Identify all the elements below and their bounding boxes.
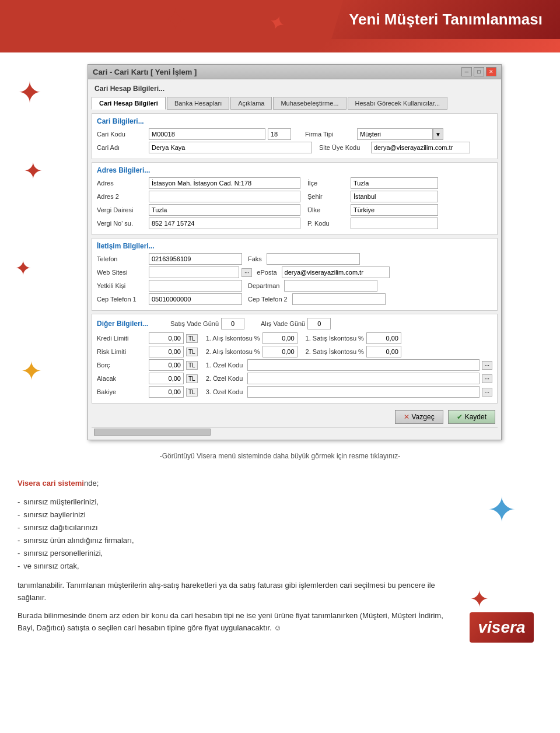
close-button[interactable]: ✕ (486, 67, 496, 76)
restore-button[interactable]: □ (474, 67, 484, 76)
yetkili-kisi-row: Yetkili Kişi Departman (97, 280, 492, 292)
vergi-no-row: Vergi No' su. P. Kodu (97, 218, 492, 229)
cep-tel2-input[interactable] (292, 293, 386, 305)
right-logo-area: ✦ ✦ visera (461, 478, 542, 643)
tab-banka[interactable]: Banka Hesapları (167, 97, 229, 110)
cancel-icon: ✕ (404, 413, 410, 421)
sehir-label: Şehir (307, 193, 348, 200)
tab-bar: Cari Hesap Bilgileri Banka Hesapları Açı… (92, 97, 498, 110)
ozel-kodu3-dots[interactable]: ··· (482, 388, 492, 397)
alis-vade-section: Alış Vade Günü (261, 318, 331, 329)
scrollbar[interactable] (92, 427, 498, 436)
borc-input[interactable] (149, 359, 184, 371)
kredi-tl-badge: TL (186, 334, 198, 343)
ozel-kodu1-dots[interactable]: ··· (482, 361, 492, 370)
adres-bilgileri-panel: Adres Bilgileri... Adres İlçe Adres 2 Şe… (92, 162, 498, 235)
tab-kullanici[interactable]: Hesabı Görecek Kullanıcılar... (348, 97, 448, 110)
save-button[interactable]: ✔ Kaydet (448, 410, 495, 424)
sehir-input[interactable] (351, 191, 438, 202)
ozel-kodu2-dots[interactable]: ··· (482, 374, 492, 383)
yetkili-kisi-input[interactable] (149, 280, 242, 292)
list-item-2-text: sınırsız bayilerinizi (23, 508, 85, 521)
cancel-label: Vazgeç (412, 413, 435, 421)
vergi-no-input[interactable] (149, 218, 300, 229)
minimize-button[interactable]: ─ (461, 67, 472, 76)
bakiye-input[interactable] (149, 386, 184, 398)
blue-star-bottom: ✦ (487, 489, 516, 530)
kredi-limiti-input[interactable] (149, 332, 184, 344)
firma-tipi-input[interactable] (357, 128, 433, 140)
list-item-1: - sınırsız müşterilerinizi, (18, 496, 449, 508)
adres-input[interactable] (149, 177, 300, 189)
cari-kodu-input[interactable] (149, 128, 265, 140)
visera-logo-container: ✦ visera (470, 585, 534, 643)
kredi-limiti-row: Kredi Limiti TL 1. Alış İskontosu % 1. S… (97, 332, 492, 344)
bakiye-tl-badge: TL (186, 388, 198, 397)
cari-bilgileri-title: Cari Bilgileri... (97, 117, 492, 125)
ozel-kodu2-input[interactable] (247, 373, 479, 384)
alis-vade-input[interactable] (307, 318, 331, 329)
alacak-row: Alacak TL 2. Özel Kodu ··· (97, 373, 492, 384)
vergi-dairesi-input[interactable] (149, 204, 300, 216)
iletisim-bilgileri-title: İletişim Bilgileri... (97, 242, 492, 250)
departman-input[interactable] (284, 280, 377, 292)
diger-header-row: Diğer Bilgileri... Satış Vade Günü Alış … (97, 318, 492, 329)
intro-text: Visera cari sisteminde; (18, 478, 449, 490)
web-sitesi-input[interactable] (149, 266, 239, 278)
cep-tel1-input[interactable] (149, 293, 242, 305)
adres-row: Adres İlçe (97, 177, 492, 189)
ilce-input[interactable] (351, 177, 438, 189)
adres-label: Adres (97, 180, 146, 187)
alis-iskonto1-input[interactable] (262, 332, 298, 344)
adres-bilgileri-title: Adres Bilgileri... (97, 166, 492, 174)
window-body: Cari Hesap Bilgileri... Cari Hesap Bilgi… (88, 79, 501, 440)
satis-iskonto2-input[interactable] (366, 346, 401, 357)
iletisim-bilgileri-panel: İletişim Bilgileri... Telefon Faks Web S… (92, 238, 498, 311)
vergi-dairesi-row: Vergi Dairesi Ülke (97, 204, 492, 216)
window-controls: ─ □ ✕ (461, 67, 496, 76)
left-star-3: ✦ (15, 257, 32, 280)
alacak-tl-badge: TL (186, 374, 198, 383)
alis-iskonto2-input[interactable] (262, 346, 298, 357)
web-sitesi-row: Web Sitesi ··· ePosta (97, 266, 492, 278)
p-kodu-input[interactable] (351, 218, 438, 229)
alacak-label: Alacak (97, 375, 146, 382)
ozel-kodu2-label: 2. Özel Kodu (206, 375, 243, 382)
list-item-5-text: sınırsız personellerinizi, (23, 547, 103, 560)
yetkili-kisi-label: Yetkili Kişi (97, 282, 146, 289)
tab-cari-hesap[interactable]: Cari Hesap Bilgileri (92, 97, 166, 110)
tab-aciklama[interactable]: Açıklama (230, 97, 272, 110)
p-kodu-label: P. Kodu (307, 220, 348, 227)
tab-muhasebe[interactable]: Muhasebeleştirme... (273, 97, 346, 110)
satis-vade-input[interactable] (221, 318, 244, 329)
risk-tl-badge: TL (186, 348, 198, 356)
faks-input[interactable] (267, 253, 360, 265)
ulke-input[interactable] (351, 204, 438, 216)
scroll-thumb[interactable] (94, 429, 211, 436)
web-sitesi-dots[interactable]: ··· (242, 268, 252, 277)
vergi-dairesi-label: Vergi Dairesi (97, 206, 146, 213)
para2: Burada bilinmesinde önem arz eden bir ko… (18, 610, 449, 634)
main-window: Cari - Cari Kartı [ Yeni İşlem ] ─ □ ✕ C… (88, 64, 502, 440)
risk-limiti-input[interactable] (149, 346, 184, 357)
cari-adi-input[interactable] (149, 142, 312, 153)
adres2-label: Adres 2 (97, 193, 146, 200)
firma-tipi-dropdown[interactable]: ▼ (433, 128, 443, 140)
bottom-text-area: Visera cari sisteminde; - sınırsız müşte… (0, 469, 560, 651)
adres2-input[interactable] (149, 191, 300, 202)
cancel-button[interactable]: ✕ Vazgeç (395, 410, 443, 424)
telefon-input[interactable] (149, 253, 242, 265)
save-icon: ✔ (457, 413, 463, 421)
alacak-input[interactable] (149, 373, 184, 384)
window-title: Cari - Cari Kartı [ Yeni İşlem ] (93, 68, 197, 76)
list-item-6-text: ve sınırsız ortak, (23, 560, 79, 573)
satis-iskonto1-input[interactable] (366, 332, 401, 344)
cari-kodu-num-input[interactable] (268, 128, 291, 140)
site-uye-kodu-input[interactable] (371, 142, 470, 153)
ozel-kodu3-input[interactable] (247, 386, 479, 398)
eposta-input[interactable] (282, 266, 390, 278)
right-decorations (502, 58, 548, 446)
cari-kodu-row: Cari Kodu Firma Tipi ▼ (97, 128, 492, 140)
site-uye-kodu-label: Site Üye Kodu (319, 144, 369, 151)
ozel-kodu1-input[interactable] (247, 359, 479, 371)
